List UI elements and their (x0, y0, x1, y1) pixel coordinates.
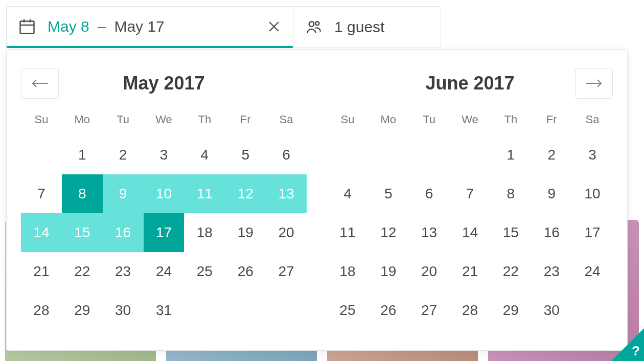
calendar-day[interactable]: 13 (266, 174, 307, 213)
calendar-day[interactable]: 3 (572, 136, 613, 174)
calendar-day-empty (327, 136, 368, 174)
date-separator: – (98, 18, 106, 35)
date-end-label: May 17 (114, 18, 164, 35)
weekday-header: We (450, 113, 491, 136)
calendar-day[interactable]: 12 (225, 174, 266, 213)
calendar-day[interactable]: 30 (531, 291, 572, 330)
calendar-day[interactable]: 21 (450, 252, 491, 291)
weekday-header: Fr (531, 113, 572, 136)
weekday-header: Su (327, 113, 368, 136)
calendar-day[interactable]: 19 (368, 252, 409, 291)
calendar-day-empty (409, 136, 450, 174)
weekday-header: Fr (225, 113, 266, 136)
next-month-button[interactable] (575, 68, 613, 99)
calendar-day[interactable]: 12 (368, 213, 409, 252)
guests-icon (305, 18, 323, 36)
calendar-day[interactable]: 6 (409, 174, 450, 213)
guest-count-label: 1 guest (334, 18, 384, 36)
calendar-day[interactable]: 22 (490, 252, 531, 291)
calendar-day[interactable]: 8 (62, 174, 103, 213)
calendar-day[interactable]: 25 (327, 291, 368, 330)
help-icon[interactable]: ? (632, 343, 640, 359)
calendar-icon (18, 17, 36, 36)
calendar-day[interactable]: 26 (225, 252, 266, 291)
calendar-day[interactable]: 29 (62, 291, 103, 330)
calendar-day[interactable]: 2 (103, 136, 144, 174)
calendar-day[interactable]: 23 (103, 252, 144, 291)
weekday-header: Th (184, 113, 225, 136)
calendar-day[interactable]: 30 (103, 291, 144, 330)
calendar-day[interactable]: 16 (103, 213, 144, 252)
weekday-header: Mo (62, 113, 103, 136)
calendar-day[interactable]: 23 (531, 252, 572, 291)
calendar-day[interactable]: 24 (144, 252, 185, 291)
calendar-day[interactable]: 10 (572, 174, 613, 213)
calendar-day[interactable]: 5 (368, 174, 409, 213)
clear-dates-icon[interactable] (266, 19, 282, 34)
date-start-label: May 8 (48, 18, 89, 35)
weekday-header: Sa (572, 113, 613, 136)
weekday-header: We (144, 113, 185, 136)
calendar-day[interactable]: 4 (327, 174, 368, 213)
svg-point-6 (309, 21, 314, 27)
calendar-day[interactable]: 9 (531, 174, 572, 213)
calendar-day[interactable]: 18 (327, 252, 368, 291)
calendar-day-empty (21, 136, 62, 174)
calendar-day[interactable]: 5 (225, 136, 266, 174)
calendar-day[interactable]: 28 (450, 291, 491, 330)
date-picker-popover: May 2017 SuMoTuWeThFrSa 1234567891011121… (6, 49, 628, 351)
calendar-day[interactable]: 3 (144, 136, 185, 174)
calendar-day[interactable]: 14 (21, 213, 62, 252)
calendar-day[interactable]: 28 (21, 291, 62, 330)
calendar-day[interactable]: 25 (184, 252, 225, 291)
calendar-day[interactable]: 31 (144, 291, 185, 330)
calendar-day[interactable]: 14 (450, 213, 491, 252)
calendar-day[interactable]: 22 (62, 252, 103, 291)
weekday-header: Mo (368, 113, 409, 136)
calendar-day[interactable]: 2 (531, 136, 572, 174)
calendar-day[interactable]: 17 (572, 213, 613, 252)
weekday-header: Su (21, 113, 62, 136)
calendar-day[interactable]: 27 (266, 252, 307, 291)
calendar-day[interactable]: 11 (184, 174, 225, 213)
weekday-header: Tu (103, 113, 144, 136)
calendar-day[interactable]: 1 (490, 136, 531, 174)
calendar-day[interactable]: 10 (144, 174, 185, 213)
calendar-day[interactable]: 16 (531, 213, 572, 252)
svg-point-7 (315, 21, 319, 25)
calendar-day[interactable]: 7 (21, 174, 62, 213)
calendar-day[interactable]: 6 (266, 136, 307, 174)
calendar-day[interactable]: 21 (21, 252, 62, 291)
calendar-day[interactable]: 18 (184, 213, 225, 252)
search-bar-row: May 8 – May 17 1 guest (6, 6, 441, 48)
weekday-header: Th (490, 113, 531, 136)
month-title-left: May 2017 (21, 68, 307, 99)
calendar-day[interactable]: 24 (572, 252, 613, 291)
prev-month-button[interactable] (21, 68, 59, 99)
month-left: May 2017 SuMoTuWeThFrSa 1234567891011121… (21, 68, 307, 340)
calendar-day[interactable]: 26 (368, 291, 409, 330)
calendar-day[interactable]: 20 (266, 213, 307, 252)
month-right: June 2017 SuMoTuWeThFrSa 123456789101112… (327, 68, 613, 340)
calendar-day[interactable]: 7 (450, 174, 491, 213)
calendar-day[interactable]: 13 (409, 213, 450, 252)
calendar-day[interactable]: 27 (409, 291, 450, 330)
date-range-pill[interactable]: May 8 – May 17 (6, 6, 293, 48)
calendar-day[interactable]: 1 (62, 136, 103, 174)
calendar-day[interactable]: 15 (62, 213, 103, 252)
calendar-day[interactable]: 17 (144, 213, 185, 252)
calendar-day[interactable]: 8 (490, 174, 531, 213)
calendar-day[interactable]: 20 (409, 252, 450, 291)
calendar-day[interactable]: 15 (490, 213, 531, 252)
calendar-day[interactable]: 4 (184, 136, 225, 174)
calendar-day[interactable]: 9 (103, 174, 144, 213)
month-title-right: June 2017 (327, 68, 613, 99)
calendar-day-empty (450, 136, 491, 174)
calendar-day[interactable]: 19 (225, 213, 266, 252)
svg-rect-0 (20, 21, 34, 33)
calendar-day[interactable]: 11 (327, 213, 368, 252)
calendar-day-empty (368, 136, 409, 174)
weekday-header: Sa (266, 113, 307, 136)
guest-count-pill[interactable]: 1 guest (293, 6, 441, 48)
calendar-day[interactable]: 29 (490, 291, 531, 330)
